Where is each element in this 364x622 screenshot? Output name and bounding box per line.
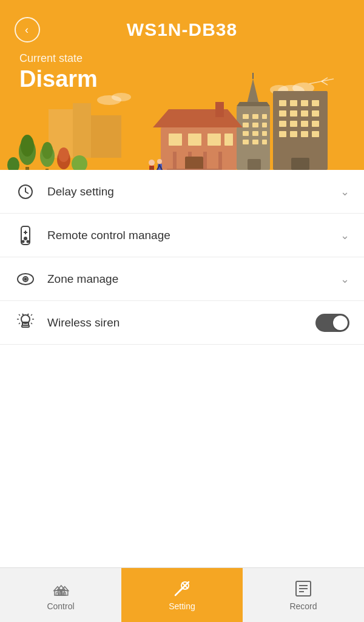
toggle-knob — [333, 316, 348, 330]
svg-point-62 — [21, 135, 34, 157]
svg-rect-41 — [243, 140, 249, 144]
svg-line-99 — [19, 314, 20, 316]
svg-rect-34 — [262, 114, 267, 119]
wireless-siren-toggle[interactable] — [315, 314, 349, 332]
settings-icon — [172, 579, 192, 598]
svg-rect-18 — [301, 110, 308, 117]
record-icon — [294, 579, 313, 598]
svg-rect-19 — [312, 110, 319, 117]
remote-control-label: Remote control manage — [47, 229, 340, 242]
svg-rect-25 — [290, 131, 297, 137]
svg-rect-48 — [215, 102, 224, 117]
svg-rect-55 — [203, 152, 207, 170]
home-icon — [51, 579, 70, 598]
svg-point-88 — [27, 240, 29, 242]
nav-record-label: Record — [289, 601, 317, 611]
svg-rect-33 — [252, 114, 258, 119]
svg-rect-28 — [291, 158, 309, 170]
svg-rect-12 — [279, 100, 286, 106]
eye-icon — [15, 268, 36, 290]
svg-rect-50 — [188, 134, 201, 146]
nav-item-record[interactable]: Record — [243, 568, 364, 622]
back-button[interactable]: ‹ — [15, 17, 40, 42]
svg-rect-32 — [243, 114, 249, 119]
zone-manage-chevron: ⌄ — [340, 272, 349, 286]
remote-icon — [15, 225, 36, 246]
svg-rect-9 — [73, 103, 91, 158]
bottom-nav: Control Setting Record — [0, 567, 364, 622]
nav-setting-label: Setting — [169, 601, 195, 611]
svg-marker-45 — [237, 102, 270, 106]
svg-point-86 — [24, 237, 27, 240]
svg-rect-38 — [243, 131, 249, 136]
nav-item-setting[interactable]: Setting — [121, 568, 243, 622]
current-state-label: Current state — [19, 52, 364, 65]
svg-line-100 — [31, 314, 32, 316]
svg-rect-23 — [312, 121, 319, 127]
svg-rect-60 — [25, 167, 29, 170]
svg-rect-58 — [167, 169, 221, 170]
svg-rect-51 — [207, 134, 221, 146]
svg-rect-17 — [290, 110, 297, 117]
svg-rect-20 — [279, 121, 286, 127]
delay-setting-chevron: ⌄ — [340, 185, 349, 198]
remote-control-chevron: ⌄ — [340, 229, 349, 242]
wireless-siren-label: Wireless siren — [47, 316, 315, 330]
header-banner: ‹ WS1N-DB38 Current state Disarm — [0, 0, 364, 170]
menu-list: Delay setting ⌄ Remote control manage ⌄ — [0, 170, 364, 345]
svg-rect-24 — [279, 131, 286, 137]
device-title: WS1N-DB38 — [40, 19, 324, 40]
svg-rect-15 — [312, 100, 319, 106]
svg-rect-52 — [224, 134, 233, 146]
svg-line-101 — [19, 323, 20, 324]
nav-item-control[interactable]: Control — [0, 568, 121, 622]
menu-item-zone-manage[interactable]: Zone manage ⌄ — [0, 257, 364, 301]
back-arrow-icon: ‹ — [25, 24, 29, 35]
svg-point-78 — [157, 159, 162, 164]
svg-point-7 — [112, 93, 131, 101]
svg-rect-40 — [262, 131, 267, 136]
svg-rect-44 — [248, 159, 261, 170]
svg-rect-63 — [46, 169, 49, 170]
nav-control-label: Control — [47, 601, 74, 611]
svg-point-91 — [25, 278, 27, 280]
svg-line-102 — [31, 323, 32, 324]
svg-rect-14 — [301, 100, 308, 106]
svg-rect-16 — [279, 110, 286, 117]
svg-point-68 — [58, 147, 69, 162]
svg-rect-42 — [252, 140, 258, 144]
svg-rect-43 — [262, 140, 267, 144]
zone-manage-label: Zone manage — [47, 272, 340, 286]
svg-rect-37 — [262, 123, 267, 127]
state-value: Disarm — [19, 66, 364, 92]
menu-item-wireless-siren[interactable]: Wireless siren — [0, 301, 364, 345]
menu-item-remote-control[interactable]: Remote control manage ⌄ — [0, 214, 364, 257]
svg-point-74 — [149, 160, 155, 166]
svg-rect-35 — [243, 123, 249, 127]
svg-rect-94 — [22, 325, 29, 327]
svg-rect-13 — [290, 100, 297, 106]
svg-rect-57 — [185, 157, 203, 170]
svg-rect-27 — [312, 131, 319, 137]
svg-rect-53 — [173, 152, 177, 170]
clock-icon — [15, 181, 36, 203]
siren-icon — [15, 312, 36, 334]
svg-rect-56 — [218, 152, 222, 170]
svg-rect-26 — [301, 131, 308, 137]
svg-marker-47 — [153, 109, 243, 127]
svg-rect-22 — [301, 121, 308, 127]
menu-item-delay-setting[interactable]: Delay setting ⌄ — [0, 170, 364, 214]
svg-rect-39 — [252, 131, 258, 136]
svg-point-65 — [42, 142, 53, 159]
svg-point-87 — [22, 240, 24, 242]
delay-setting-label: Delay setting — [47, 185, 340, 198]
svg-rect-49 — [169, 134, 182, 146]
svg-point-72 — [7, 157, 19, 170]
svg-rect-36 — [252, 123, 258, 127]
svg-rect-21 — [290, 121, 297, 127]
svg-line-116 — [175, 593, 177, 595]
svg-rect-10 — [91, 115, 121, 158]
